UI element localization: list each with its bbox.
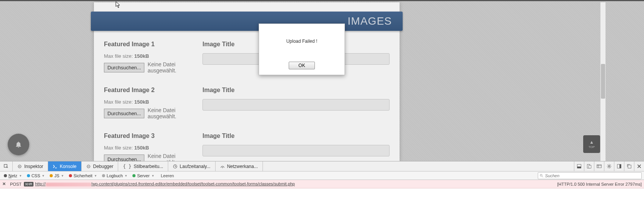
- svg-point-11: [608, 165, 610, 167]
- back-to-top-button[interactable]: ▲ TOP: [583, 135, 600, 153]
- max-size-label: Max file size: 150kB: [104, 99, 196, 105]
- debugger-icon: [86, 164, 91, 169]
- page-scrollbar[interactable]: [600, 2, 606, 162]
- field-label: Featured Image 3: [104, 133, 196, 139]
- tab-debugger[interactable]: Debugger: [82, 161, 119, 171]
- scrollbar-thumb[interactable]: [601, 64, 605, 99]
- chevron-down-icon: ▾: [19, 174, 22, 178]
- title-label: Image Title: [202, 133, 390, 139]
- devtools-panel: Inspektor Konsole Debugger { } Stilbearb…: [0, 161, 644, 215]
- image-row: Featured Image 2 Max file size: 150kB Du…: [104, 87, 390, 119]
- tab-console[interactable]: Konsole: [48, 161, 81, 171]
- clear-console-button[interactable]: Leeren: [158, 173, 177, 178]
- ok-button[interactable]: OK: [289, 62, 315, 69]
- inspector-icon: [17, 164, 22, 169]
- image-title-input[interactable]: [202, 145, 390, 156]
- field-label: Featured Image 1: [104, 41, 196, 48]
- browse-button[interactable]: Durchsuchen...: [104, 109, 144, 118]
- devtools-tabs: Inspektor Konsole Debugger { } Stilbearb…: [0, 161, 644, 171]
- close-icon: [637, 164, 642, 169]
- filter-css[interactable]: CSS▾: [25, 173, 47, 179]
- toggle-split-console-button[interactable]: [574, 161, 584, 171]
- svg-rect-10: [597, 165, 601, 168]
- svg-rect-7: [577, 166, 581, 168]
- tab-style-editor[interactable]: { } Stilbearbeitu...: [118, 161, 168, 171]
- element-picker-button[interactable]: [0, 161, 13, 171]
- dock-popout-button[interactable]: [624, 161, 634, 171]
- browser-viewport: IMAGES Featured Image 1 Max file size: 1…: [0, 0, 644, 161]
- clock-icon: [173, 164, 177, 169]
- frames-button[interactable]: [594, 161, 604, 171]
- console-search-input[interactable]: [545, 173, 640, 178]
- tab-inspector[interactable]: Inspektor: [13, 161, 48, 171]
- search-icon: [540, 174, 544, 178]
- dock-side-button[interactable]: [614, 161, 624, 171]
- max-size-label: Max file size: 150kB: [104, 53, 196, 59]
- redacted-host: [46, 183, 91, 186]
- console-log-row[interactable]: ✕ POST XHR http:///wp-content/plugins/cr…: [0, 180, 644, 188]
- back-to-top-label: TOP: [589, 145, 595, 149]
- chevron-down-icon: ▾: [61, 174, 64, 178]
- cursor-icon: [115, 1, 121, 8]
- upload-form: Featured Image 1 Max file size: 150kB Du…: [104, 41, 390, 162]
- page-content-card: IMAGES Featured Image 1 Max file size: 1…: [94, 2, 400, 162]
- alert-dialog: Upload Failed ! OK: [259, 24, 345, 75]
- request-url[interactable]: http:///wp-content/plugins/cred-frontend…: [35, 181, 295, 186]
- svg-rect-13: [619, 165, 621, 168]
- console-body[interactable]: [0, 188, 644, 215]
- bell-icon: [15, 141, 22, 148]
- devtools-close-button[interactable]: [634, 161, 644, 171]
- filter-server[interactable]: Server▾: [131, 173, 156, 179]
- svg-rect-9: [589, 165, 591, 168]
- xhr-badge: XHR: [24, 182, 33, 186]
- browse-button[interactable]: Durchsuchen...: [104, 63, 144, 72]
- image-title-input[interactable]: [202, 99, 390, 111]
- tab-performance[interactable]: Laufzeitanaly...: [168, 161, 216, 171]
- dialog-message: Upload Failed !: [259, 24, 345, 62]
- file-status: Keine Datei ausgewählt.: [147, 107, 196, 119]
- title-label: Image Title: [202, 87, 390, 94]
- chevron-down-icon: ▾: [42, 174, 45, 178]
- filter-netz[interactable]: Netz▾: [2, 173, 24, 179]
- braces-icon: { }: [123, 164, 131, 169]
- svg-point-15: [540, 174, 542, 176]
- picker-icon: [4, 164, 8, 169]
- console-filter-bar: Netz▾ CSS▾ JS▾ Sicherheit▾ Logbuch▾ Serv…: [0, 171, 644, 180]
- svg-rect-14: [628, 165, 631, 168]
- network-icon: [220, 164, 225, 169]
- filter-js[interactable]: JS▾: [48, 173, 66, 179]
- console-search[interactable]: [538, 172, 642, 179]
- http-status: [HTTP/1.0 500 Internal Server Error 2797…: [557, 182, 642, 186]
- banner-title: IMAGES: [348, 15, 392, 27]
- chevron-down-icon: ▾: [124, 174, 128, 178]
- file-status: Keine Datei ausgewählt.: [147, 61, 196, 74]
- chevron-down-icon: ▾: [151, 174, 155, 178]
- responsive-mode-button[interactable]: [584, 161, 594, 171]
- http-method: POST: [10, 182, 22, 186]
- settings-button[interactable]: [604, 161, 614, 171]
- tab-network[interactable]: Netzwerkana...: [216, 161, 263, 171]
- svg-point-5: [222, 167, 223, 168]
- max-size-label: Max file size: 150kB: [104, 145, 196, 151]
- gear-icon: [607, 164, 612, 169]
- chevron-down-icon: ▾: [94, 174, 97, 178]
- console-icon: [53, 164, 57, 169]
- chevron-up-icon: ▲: [589, 140, 594, 144]
- page-banner: IMAGES: [91, 12, 403, 31]
- dismiss-log-button[interactable]: ✕: [2, 181, 7, 186]
- filter-security[interactable]: Sicherheit▾: [67, 173, 99, 179]
- notification-bell-button[interactable]: [8, 134, 29, 155]
- svg-point-2: [19, 166, 20, 166]
- image-row: Featured Image 3 Max file size: 150kB Du…: [104, 133, 390, 165]
- field-label: Featured Image 2: [104, 87, 196, 94]
- filter-log[interactable]: Logbuch▾: [100, 173, 129, 179]
- image-row: Featured Image 1 Max file size: 150kB Du…: [104, 41, 390, 74]
